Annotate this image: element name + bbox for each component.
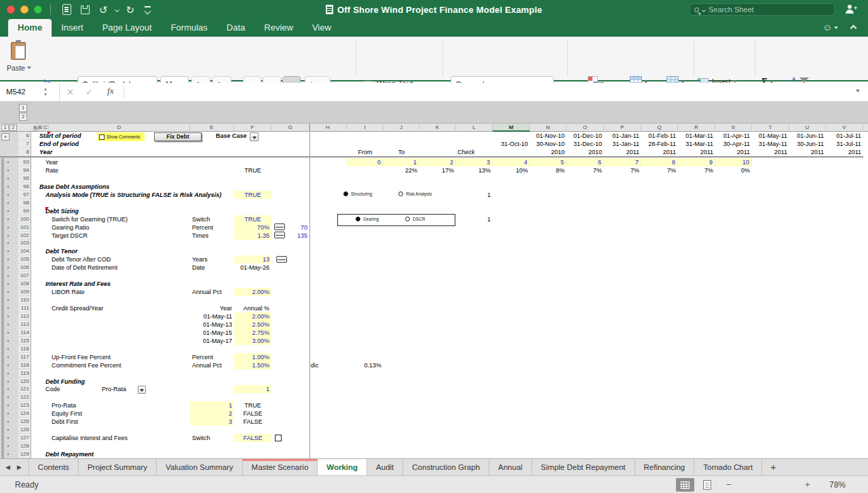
cell-C123[interactable]: Pro-Rata <box>52 401 76 409</box>
row-header-109[interactable]: 109 <box>18 288 31 296</box>
cell-E102[interactable]: Times <box>192 232 208 240</box>
row-header-121[interactable]: 121 <box>18 385 31 393</box>
column-header-A[interactable]: A <box>33 124 38 132</box>
row-header-111[interactable]: 111 <box>18 304 31 312</box>
radio-risk-analysis[interactable]: Risk Analysis <box>398 191 432 196</box>
cell-C100[interactable]: Switch for Gearning (TRUE) <box>52 215 128 223</box>
sheet-tab-master-scenario[interactable]: Master Scenario <box>243 459 318 475</box>
cell-F102[interactable]: 1.35 <box>234 232 271 240</box>
cell-F106[interactable]: 01-May-26 <box>234 263 271 272</box>
cell-F111[interactable]: Annual % <box>234 304 271 312</box>
cell-F117[interactable]: 1.00% <box>234 353 271 361</box>
column-header-I[interactable]: I <box>347 124 383 132</box>
cell-V8[interactable]: 2011 <box>826 148 863 156</box>
spinner-control[interactable] <box>274 223 285 230</box>
cell-O94[interactable]: 7% <box>567 166 604 175</box>
row-header-98[interactable]: 98 <box>18 199 31 207</box>
cell-E127[interactable]: Switch <box>192 434 210 442</box>
column-header-G[interactable]: G <box>271 124 309 132</box>
cell-E113[interactable]: 01-May-13 <box>190 321 234 329</box>
cell-R93[interactable]: 9 <box>678 158 715 166</box>
column-header-R[interactable]: R <box>678 124 715 132</box>
cell-E118[interactable]: Annual Pct <box>192 361 222 369</box>
cell-Q6[interactable]: 01-Feb-11 <box>641 132 678 140</box>
row-header-8[interactable]: 8 <box>18 148 31 156</box>
cell-V7[interactable]: 31-Jul-11 <box>826 140 863 148</box>
sheet-tab-simple-debt-repayment[interactable]: Simple Debt Repayment <box>532 459 635 475</box>
cell-E101[interactable]: Percent <box>192 223 213 232</box>
cell-S7[interactable]: 30-Apr-11 <box>715 140 752 148</box>
cell-E117[interactable]: Percent <box>192 353 213 361</box>
cell-P8[interactable]: 2011 <box>604 148 641 156</box>
row-header-107[interactable]: 107 <box>18 272 31 280</box>
radio-structuring[interactable]: Structuring <box>343 191 372 196</box>
page-layout-view-button[interactable] <box>698 478 716 492</box>
cell-L97[interactable]: 1 <box>456 191 493 199</box>
normal-view-button[interactable] <box>676 478 694 492</box>
cell-H118[interactable]: dic <box>311 361 319 369</box>
row-header-115[interactable]: 115 <box>18 337 31 345</box>
cell-T8[interactable]: 2011 <box>752 148 789 156</box>
row-header-96[interactable]: 96 <box>18 183 31 191</box>
cell-F94[interactable]: TRUE <box>234 166 271 175</box>
prev-sheet-arrow[interactable]: ◀ <box>5 464 10 471</box>
sheet-tab-audit[interactable]: Audit <box>367 459 403 475</box>
cell-U7[interactable]: 30-Jun-11 <box>789 140 826 148</box>
cell-C93[interactable]: Year <box>45 158 58 166</box>
cell-V6[interactable]: 01-Jul-11 <box>826 132 863 140</box>
cell-C106[interactable]: Date of Debt Retirement <box>52 263 117 272</box>
zoom-out-button[interactable]: − <box>726 479 732 490</box>
row-header-101[interactable]: 101 <box>18 223 31 232</box>
row-header-108[interactable]: 108 <box>18 280 31 288</box>
sheet-tab-annual[interactable]: Annual <box>489 459 532 475</box>
row-header-124[interactable]: 124 <box>18 409 31 418</box>
column-header-V[interactable]: V <box>826 124 863 132</box>
zoom-in-button[interactable]: + <box>805 479 810 490</box>
row-header-128[interactable]: 128 <box>18 442 31 450</box>
row-header-123[interactable]: 123 <box>18 401 31 409</box>
row-header-6[interactable]: 6 <box>18 132 31 140</box>
sheet-tab-valuation-summary[interactable]: Valuation Summary <box>157 459 243 475</box>
column-header-C[interactable]: C <box>43 124 49 132</box>
row-header-113[interactable]: 113 <box>18 321 31 329</box>
row-header-118[interactable]: 118 <box>18 361 31 369</box>
row-header-116[interactable]: 116 <box>18 345 31 353</box>
cell-C6[interactable]: Start of period <box>39 132 81 140</box>
sheet-tab-construction-graph[interactable]: Construction Graph <box>403 459 489 475</box>
column-header-P[interactable]: P <box>604 124 641 132</box>
cell-F105[interactable]: 13 <box>234 255 271 263</box>
cell-U6[interactable]: 01-Jun-11 <box>789 132 826 140</box>
cell-F123[interactable]: TRUE <box>234 401 271 409</box>
row-header-126[interactable]: 126 <box>18 426 31 434</box>
cell-L94[interactable]: 13% <box>456 166 493 175</box>
cell-C102[interactable]: Target DSCR <box>52 232 88 240</box>
cell-F124[interactable]: FALSE <box>234 409 271 418</box>
cell-C97[interactable]: Analysis Mode (TRUE is Structuring FALSE… <box>45 191 221 199</box>
cell-C129[interactable]: Debt Repayment <box>45 450 94 458</box>
cell-C99[interactable]: Debt Sizing <box>45 207 79 215</box>
cell-Q94[interactable]: 7% <box>641 166 678 175</box>
column-header-L[interactable]: L <box>456 124 493 132</box>
row-header-103[interactable]: 103 <box>18 239 31 247</box>
cell-M94[interactable]: 10% <box>493 166 530 175</box>
cell-N94[interactable]: 8% <box>530 166 567 175</box>
cell-C94[interactable]: Rate <box>45 166 58 175</box>
cell-R7[interactable]: 31-Mar-11 <box>678 140 715 148</box>
cell-E106[interactable]: Date <box>192 263 205 272</box>
cell-K94[interactable]: 17% <box>419 166 456 175</box>
cell-F113[interactable]: 2.50% <box>234 321 271 329</box>
cell-R94[interactable]: 7% <box>678 166 715 175</box>
cell-P94[interactable]: 7% <box>604 166 641 175</box>
cell-T6[interactable]: 01-May-11 <box>752 132 789 140</box>
column-header-S[interactable]: S <box>715 124 752 132</box>
column-header-J[interactable]: J <box>383 124 419 132</box>
cell-J94[interactable]: 22% <box>383 166 419 175</box>
cell-I93[interactable]: 0 <box>347 158 383 166</box>
add-sheet-button[interactable]: + <box>762 459 785 475</box>
column-header-N[interactable]: N <box>530 124 567 132</box>
sheet-tab-project-summary[interactable]: Project Summary <box>79 459 157 475</box>
row-header-106[interactable]: 106 <box>18 263 31 272</box>
cell-E114[interactable]: 01-May-15 <box>190 329 234 337</box>
cell-O6[interactable]: 01-Dec-10 <box>567 132 604 140</box>
cell-L100[interactable]: 1 <box>456 215 493 223</box>
